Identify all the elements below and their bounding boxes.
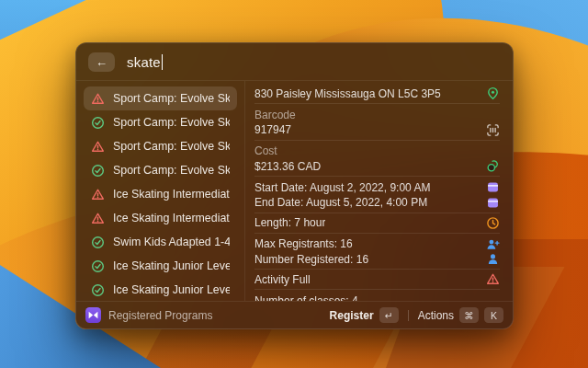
results-list[interactable]: Sport Camp: Evolve Skateboard... Sport C…: [76, 81, 245, 301]
detail-text: Max Registrants: 16: [254, 237, 353, 250]
clock-icon: [486, 216, 500, 230]
list-item[interactable]: Sport Camp: Evolve Skateboard...: [84, 134, 237, 158]
detail-text: Number of classes: 4: [254, 294, 358, 301]
detail-row: Number Registered: 16: [254, 252, 500, 270]
detail-text: 830 Paisley Mississauga ON L5C 3P5: [254, 87, 441, 100]
list-item-label: Sport Camp: Evolve Skateboard...: [113, 92, 230, 105]
back-arrow-icon: ←: [96, 56, 107, 68]
detail-row: 830 Paisley Mississauga ON L5C 3P5: [254, 86, 500, 104]
list-item[interactable]: Sport Camp: Evolve Skateboard...: [84, 86, 237, 110]
detail-row: Barcode: [254, 107, 500, 123]
search-query: skate: [127, 54, 161, 70]
check-circle-icon: [91, 116, 105, 130]
actions-button[interactable]: Actions: [418, 309, 454, 322]
detail-row: End Date: August 5, 2022, 4:00 PM: [254, 196, 500, 213]
search-input[interactable]: skate: [127, 54, 163, 70]
check-circle-icon: [91, 164, 105, 178]
list-item-label: Sport Camp: Evolve Skateboard...: [113, 116, 230, 129]
list-item-label: Ice Skating Junior Levels 1 to 8...: [113, 283, 230, 296]
detail-text: 917947: [254, 123, 291, 136]
action-bar: Registered Programs Register ↵ Actions ⌘…: [76, 301, 513, 328]
text-caret: [162, 54, 164, 70]
person-icon: [486, 252, 500, 266]
list-item[interactable]: Ice Skating Junior Levels 1 to 8...: [84, 278, 237, 301]
list-item[interactable]: Ice Skating Intermediate and Fig...: [84, 206, 237, 230]
footer-divider: [408, 310, 409, 321]
return-key-icon[interactable]: ↵: [379, 307, 399, 323]
detail-text: Activity Full: [254, 273, 311, 286]
check-circle-icon: [91, 236, 105, 249]
app-name-label: Registered Programs: [108, 309, 212, 322]
calendar-icon: [486, 180, 500, 194]
list-item[interactable]: Ice Skating Intermediate and Fig...: [84, 182, 237, 206]
detail-row: Length: 7 hour: [254, 216, 500, 234]
list-item[interactable]: Sport Camp: Evolve Skateboard...: [84, 158, 237, 182]
detail-row: Start Date: August 2, 2022, 9:00 AM: [254, 179, 500, 196]
detail-row: Activity Full: [254, 272, 500, 290]
launcher-window: ← skate Sport Camp: Evolve Skateboard...: [75, 42, 514, 329]
list-item[interactable]: Sport Camp: Evolve Skateboard...: [84, 110, 237, 134]
coins-icon: [486, 159, 500, 173]
content-area: Sport Camp: Evolve Skateboard... Sport C…: [76, 81, 513, 301]
detail-row: 917947: [254, 123, 500, 141]
back-button[interactable]: ←: [88, 52, 115, 72]
command-key-icon[interactable]: ⌘: [459, 307, 479, 323]
list-item[interactable]: Swim Kids Adapted 1-4: [84, 230, 237, 254]
detail-text: Start Date: August 2, 2022, 9:00 AM: [254, 181, 430, 194]
detail-text: Cost: [254, 144, 277, 157]
detail-row: Max Registrants: 16: [254, 236, 500, 253]
search-bar: ← skate: [76, 43, 513, 81]
detail-row: Cost: [254, 144, 500, 160]
list-item-label: Ice Skating Intermediate and Fig...: [113, 188, 230, 201]
detail-text: Length: 7 hour: [254, 216, 325, 229]
warning-icon: [91, 212, 105, 225]
list-item-label: Sport Camp: Evolve Skateboard...: [113, 140, 230, 153]
detail-text: $213.36 CAD: [254, 160, 321, 173]
registered-programs-app-icon: [85, 307, 101, 323]
detail-row: Number of classes: 4: [254, 293, 500, 301]
warning-icon: [486, 272, 500, 286]
location-pin-icon: [486, 86, 500, 100]
list-item-label: Ice Skating Junior Levels 1 to 8...: [113, 259, 230, 272]
check-circle-icon: [91, 259, 105, 273]
detail-text: Barcode: [254, 109, 296, 121]
detail-text: Number Registered: 16: [254, 253, 368, 266]
barcode-scan-icon: [486, 123, 500, 137]
list-item-label: Sport Camp: Evolve Skateboard...: [113, 164, 230, 177]
list-item[interactable]: Ice Skating Junior Levels 1 to 8...: [84, 254, 237, 278]
list-item-label: Swim Kids Adapted 1-4: [113, 236, 230, 248]
detail-row: $213.36 CAD: [254, 159, 500, 177]
warning-icon: [91, 188, 105, 201]
calendar-icon: [486, 196, 500, 210]
warning-icon: [91, 92, 105, 106]
list-item-label: Ice Skating Intermediate and Fig...: [113, 212, 230, 224]
detail-text: End Date: August 5, 2022, 4:00 PM: [254, 196, 427, 209]
person-add-icon: [486, 237, 500, 251]
k-key-icon[interactable]: K: [484, 307, 503, 323]
register-button[interactable]: Register: [330, 309, 374, 322]
detail-panel: 830 Paisley Mississauga ON L5C 3P5: [245, 81, 513, 301]
warning-icon: [91, 140, 105, 154]
check-circle-icon: [91, 283, 105, 297]
